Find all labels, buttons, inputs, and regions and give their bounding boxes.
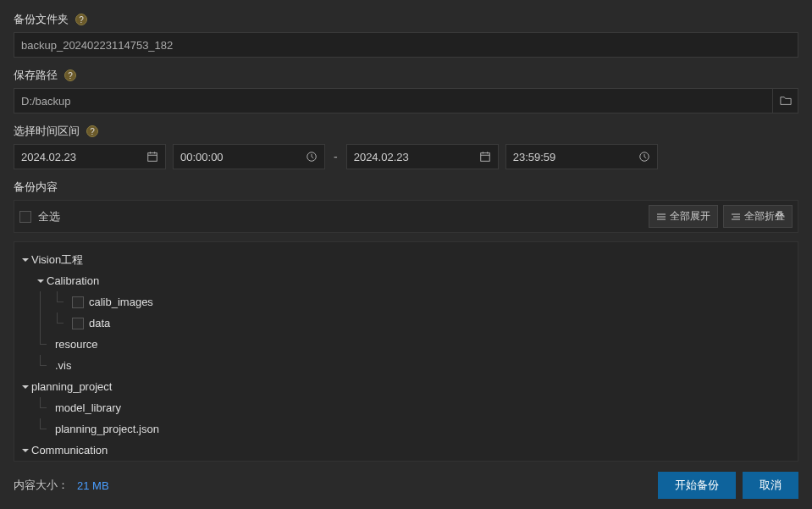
tree-item-communication[interactable]: Communication bbox=[19, 440, 793, 461]
help-icon[interactable]: ? bbox=[86, 125, 98, 137]
tree-item-vis[interactable]: .vis bbox=[19, 355, 793, 376]
save-path-input[interactable] bbox=[14, 88, 773, 113]
backup-content-label: 备份内容 bbox=[14, 180, 58, 195]
expand-all-button[interactable]: 全部展开 bbox=[649, 205, 718, 228]
tree-item-planning[interactable]: planning_project bbox=[19, 376, 793, 397]
help-icon[interactable]: ? bbox=[75, 14, 87, 25]
start-date-input[interactable]: 2024.02.23 bbox=[14, 144, 166, 169]
save-path-label: 保存路径 bbox=[14, 68, 58, 83]
backup-dialog: 备份文件夹 ? 保存路径 ? 选择时间区间 ? 2024.02.23 bbox=[0, 0, 812, 509]
start-date-value: 2024.02.23 bbox=[21, 151, 146, 163]
tree-item-calib-images[interactable]: calib_images bbox=[19, 291, 793, 313]
backup-folder-input[interactable] bbox=[14, 32, 798, 58]
svg-rect-7 bbox=[480, 153, 489, 162]
content-size-value: 21 MB bbox=[77, 479, 109, 492]
expand-icon bbox=[656, 212, 666, 222]
calendar-icon bbox=[146, 151, 158, 163]
help-icon[interactable]: ? bbox=[64, 69, 76, 81]
save-path-field: 保存路径 ? bbox=[14, 68, 798, 113]
time-range-field: 选择时间区间 ? 2024.02.23 00:00:00 - 2024.02.2… bbox=[14, 124, 798, 169]
tree-checkbox[interactable] bbox=[72, 296, 84, 308]
browse-folder-button[interactable] bbox=[773, 88, 798, 113]
collapse-all-button[interactable]: 全部折叠 bbox=[723, 205, 793, 228]
backup-tree[interactable]: Vision工程 Calibration calib_images bbox=[14, 241, 798, 462]
cancel-button[interactable]: 取消 bbox=[743, 472, 798, 499]
folder-icon bbox=[780, 95, 792, 107]
start-time-value: 00:00:00 bbox=[180, 151, 306, 163]
chevron-down-icon[interactable] bbox=[19, 256, 31, 264]
chevron-down-icon[interactable] bbox=[35, 277, 47, 285]
backup-folder-label: 备份文件夹 bbox=[14, 12, 69, 27]
end-time-value: 23:59:59 bbox=[513, 151, 638, 163]
end-date-input[interactable]: 2024.02.23 bbox=[346, 144, 499, 169]
content-toolbar: 全选 全部展开 全部折叠 bbox=[14, 200, 798, 233]
chevron-down-icon[interactable] bbox=[19, 383, 31, 391]
calendar-icon bbox=[479, 151, 491, 163]
dialog-footer: 内容大小： 21 MB 开始备份 取消 bbox=[14, 462, 798, 499]
tree-item-data[interactable]: data bbox=[19, 313, 793, 334]
clock-icon bbox=[306, 151, 318, 163]
end-time-input[interactable]: 23:59:59 bbox=[505, 144, 658, 169]
end-date-value: 2024.02.23 bbox=[354, 151, 479, 163]
content-size-label: 内容大小： bbox=[14, 478, 69, 493]
tree-item-calibration[interactable]: Calibration bbox=[19, 270, 793, 291]
start-backup-button[interactable]: 开始备份 bbox=[658, 472, 736, 499]
backup-folder-field: 备份文件夹 ? bbox=[14, 12, 798, 58]
select-all-checkbox[interactable] bbox=[19, 211, 31, 223]
tree-checkbox[interactable] bbox=[72, 318, 84, 329]
svg-rect-0 bbox=[148, 153, 157, 162]
range-dash: - bbox=[332, 150, 340, 163]
clock-icon bbox=[638, 151, 650, 163]
tree-item-model-library[interactable]: model_library bbox=[19, 397, 793, 418]
collapse-icon bbox=[731, 212, 741, 222]
select-all-label: 全选 bbox=[38, 209, 60, 224]
tree-item-vision[interactable]: Vision工程 bbox=[19, 249, 793, 270]
svg-line-13 bbox=[644, 157, 646, 158]
chevron-down-icon[interactable] bbox=[19, 446, 31, 455]
svg-line-6 bbox=[312, 157, 313, 158]
tree-item-resource[interactable]: resource bbox=[19, 334, 793, 355]
start-time-input[interactable]: 00:00:00 bbox=[173, 144, 325, 169]
time-range-label: 选择时间区间 bbox=[14, 124, 80, 139]
tree-item-planning-json[interactable]: planning_project.json bbox=[19, 418, 793, 440]
